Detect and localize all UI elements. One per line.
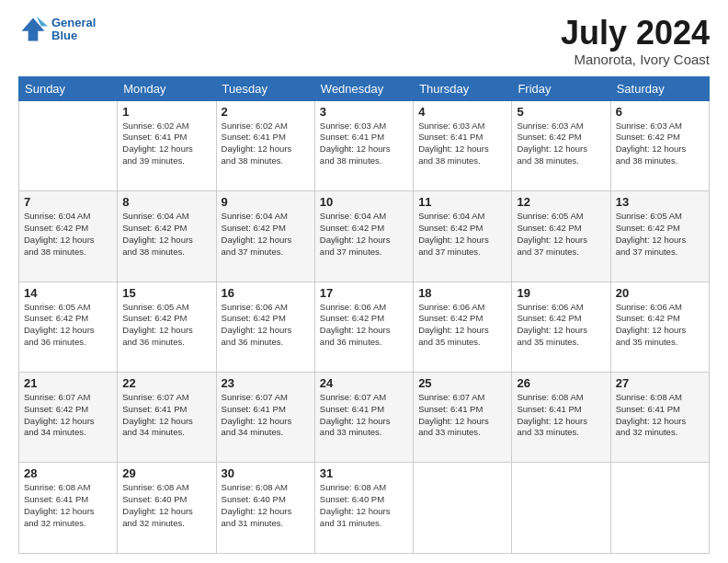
- day-number: 18: [418, 286, 506, 300]
- calendar-week-row: 28Sunrise: 6:08 AMSunset: 6:41 PMDayligh…: [19, 463, 710, 554]
- table-row: [610, 463, 709, 554]
- day-info: Sunrise: 6:03 AMSunset: 6:42 PMDaylight:…: [616, 121, 704, 167]
- header: General Blue July 2024 Manorota, Ivory C…: [18, 15, 710, 67]
- day-number: 5: [517, 105, 605, 119]
- calendar-table: Sunday Monday Tuesday Wednesday Thursday…: [18, 76, 710, 554]
- calendar-week-row: 7Sunrise: 6:04 AMSunset: 6:42 PMDaylight…: [19, 191, 710, 282]
- day-number: 11: [418, 195, 506, 209]
- day-number: 19: [517, 286, 605, 300]
- table-row: 17Sunrise: 6:06 AMSunset: 6:42 PMDayligh…: [314, 282, 413, 372]
- day-number: 28: [24, 466, 112, 480]
- day-number: 7: [24, 195, 112, 209]
- day-info: Sunrise: 6:04 AMSunset: 6:42 PMDaylight:…: [222, 211, 310, 258]
- day-info: Sunrise: 6:07 AMSunset: 6:41 PMDaylight:…: [222, 392, 310, 439]
- day-number: 16: [222, 286, 310, 300]
- day-number: 12: [517, 195, 605, 209]
- table-row: 4Sunrise: 6:03 AMSunset: 6:41 PMDaylight…: [414, 100, 512, 190]
- day-number: 24: [320, 376, 408, 390]
- day-info: Sunrise: 6:05 AMSunset: 6:42 PMDaylight:…: [24, 302, 112, 349]
- day-info: Sunrise: 6:05 AMSunset: 6:42 PMDaylight:…: [122, 302, 210, 349]
- col-saturday: Saturday: [610, 76, 709, 100]
- logo: General Blue: [18, 15, 96, 44]
- table-row: 27Sunrise: 6:08 AMSunset: 6:41 PMDayligh…: [610, 373, 709, 463]
- table-row: 19Sunrise: 6:06 AMSunset: 6:42 PMDayligh…: [512, 282, 610, 372]
- day-info: Sunrise: 6:08 AMSunset: 6:41 PMDaylight:…: [517, 392, 605, 439]
- table-row: 10Sunrise: 6:04 AMSunset: 6:42 PMDayligh…: [314, 191, 413, 282]
- day-info: Sunrise: 6:08 AMSunset: 6:40 PMDaylight:…: [320, 482, 408, 529]
- day-info: Sunrise: 6:08 AMSunset: 6:40 PMDaylight:…: [122, 482, 210, 529]
- day-info: Sunrise: 6:08 AMSunset: 6:41 PMDaylight:…: [616, 392, 704, 439]
- title-location: Manorota, Ivory Coast: [561, 52, 710, 67]
- col-wednesday: Wednesday: [314, 76, 413, 100]
- day-info: Sunrise: 6:03 AMSunset: 6:41 PMDaylight:…: [418, 121, 506, 167]
- day-number: 26: [517, 376, 605, 390]
- day-number: 2: [222, 105, 310, 119]
- day-info: Sunrise: 6:02 AMSunset: 6:41 PMDaylight:…: [122, 121, 210, 167]
- day-info: Sunrise: 6:06 AMSunset: 6:42 PMDaylight:…: [616, 302, 704, 349]
- table-row: 22Sunrise: 6:07 AMSunset: 6:41 PMDayligh…: [118, 373, 216, 463]
- day-number: 13: [616, 195, 704, 209]
- table-row: 1Sunrise: 6:02 AMSunset: 6:41 PMDaylight…: [118, 100, 216, 190]
- day-info: Sunrise: 6:04 AMSunset: 6:42 PMDaylight:…: [320, 211, 408, 258]
- table-row: 23Sunrise: 6:07 AMSunset: 6:41 PMDayligh…: [216, 373, 314, 463]
- day-number: 15: [122, 286, 210, 300]
- day-number: 30: [222, 466, 310, 480]
- table-row: 13Sunrise: 6:05 AMSunset: 6:42 PMDayligh…: [610, 191, 709, 282]
- col-thursday: Thursday: [414, 76, 512, 100]
- day-info: Sunrise: 6:04 AMSunset: 6:42 PMDaylight:…: [418, 211, 506, 258]
- table-row: 14Sunrise: 6:05 AMSunset: 6:42 PMDayligh…: [19, 282, 118, 372]
- day-number: 4: [418, 105, 506, 119]
- day-info: Sunrise: 6:06 AMSunset: 6:42 PMDaylight:…: [222, 302, 310, 349]
- table-row: 29Sunrise: 6:08 AMSunset: 6:40 PMDayligh…: [118, 463, 216, 554]
- day-number: 3: [320, 105, 408, 119]
- day-number: 27: [616, 376, 704, 390]
- day-info: Sunrise: 6:07 AMSunset: 6:41 PMDaylight:…: [418, 392, 506, 439]
- day-number: 17: [320, 286, 408, 300]
- day-number: 23: [222, 376, 310, 390]
- day-info: Sunrise: 6:05 AMSunset: 6:42 PMDaylight:…: [616, 211, 704, 258]
- table-row: 7Sunrise: 6:04 AMSunset: 6:42 PMDaylight…: [19, 191, 118, 282]
- table-row: 24Sunrise: 6:07 AMSunset: 6:41 PMDayligh…: [314, 373, 413, 463]
- table-row: 2Sunrise: 6:02 AMSunset: 6:41 PMDaylight…: [216, 100, 314, 190]
- day-number: 25: [418, 376, 506, 390]
- table-row: 21Sunrise: 6:07 AMSunset: 6:42 PMDayligh…: [19, 373, 118, 463]
- day-info: Sunrise: 6:06 AMSunset: 6:42 PMDaylight:…: [320, 302, 408, 349]
- col-monday: Monday: [118, 76, 216, 100]
- logo-line2: Blue: [51, 29, 96, 42]
- day-number: 21: [24, 376, 112, 390]
- day-number: 31: [320, 466, 408, 480]
- table-row: 15Sunrise: 6:05 AMSunset: 6:42 PMDayligh…: [118, 282, 216, 372]
- table-row: 28Sunrise: 6:08 AMSunset: 6:41 PMDayligh…: [19, 463, 118, 554]
- day-number: 22: [122, 376, 210, 390]
- day-number: 29: [122, 466, 210, 480]
- day-info: Sunrise: 6:06 AMSunset: 6:42 PMDaylight:…: [418, 302, 506, 349]
- day-number: 20: [616, 286, 704, 300]
- day-number: 1: [122, 105, 210, 119]
- calendar-week-row: 14Sunrise: 6:05 AMSunset: 6:42 PMDayligh…: [19, 282, 710, 372]
- day-number: 6: [616, 105, 704, 119]
- calendar-week-row: 21Sunrise: 6:07 AMSunset: 6:42 PMDayligh…: [19, 373, 710, 463]
- day-number: 10: [320, 195, 408, 209]
- col-tuesday: Tuesday: [216, 76, 314, 100]
- day-number: 8: [122, 195, 210, 209]
- logo-line1: General: [51, 17, 96, 29]
- table-row: 9Sunrise: 6:04 AMSunset: 6:42 PMDaylight…: [216, 191, 314, 282]
- day-info: Sunrise: 6:03 AMSunset: 6:41 PMDaylight:…: [320, 121, 408, 167]
- day-info: Sunrise: 6:07 AMSunset: 6:41 PMDaylight:…: [122, 392, 210, 439]
- day-info: Sunrise: 6:07 AMSunset: 6:42 PMDaylight:…: [24, 392, 112, 439]
- day-info: Sunrise: 6:04 AMSunset: 6:42 PMDaylight:…: [24, 211, 112, 258]
- day-info: Sunrise: 6:05 AMSunset: 6:42 PMDaylight:…: [517, 211, 605, 258]
- col-sunday: Sunday: [19, 76, 118, 100]
- day-info: Sunrise: 6:08 AMSunset: 6:41 PMDaylight:…: [24, 482, 112, 529]
- day-info: Sunrise: 6:06 AMSunset: 6:42 PMDaylight:…: [517, 302, 605, 349]
- title-month: July 2024: [561, 15, 710, 52]
- day-number: 9: [222, 195, 310, 209]
- table-row: 30Sunrise: 6:08 AMSunset: 6:40 PMDayligh…: [216, 463, 314, 554]
- col-friday: Friday: [512, 76, 610, 100]
- calendar-week-row: 1Sunrise: 6:02 AMSunset: 6:41 PMDaylight…: [19, 100, 710, 190]
- day-number: 14: [24, 286, 112, 300]
- logo-icon: [18, 15, 48, 44]
- table-row: 5Sunrise: 6:03 AMSunset: 6:42 PMDaylight…: [512, 100, 610, 190]
- table-row: 16Sunrise: 6:06 AMSunset: 6:42 PMDayligh…: [216, 282, 314, 372]
- day-info: Sunrise: 6:02 AMSunset: 6:41 PMDaylight:…: [222, 121, 310, 167]
